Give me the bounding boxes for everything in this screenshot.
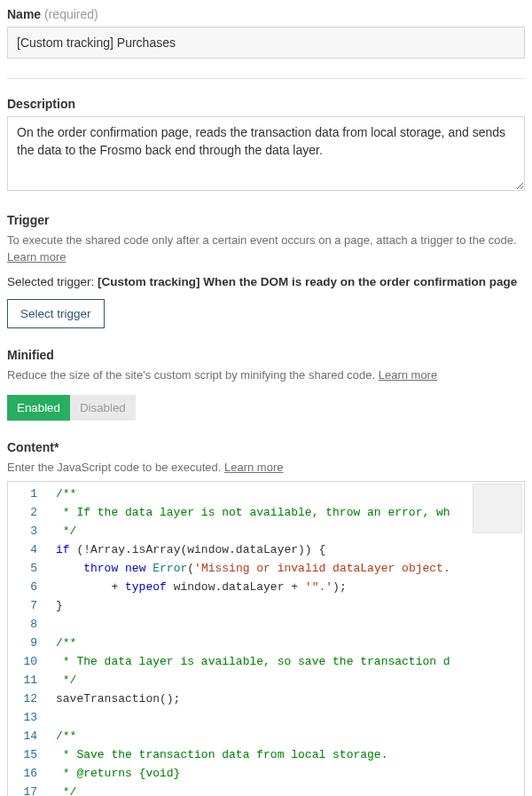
name-section: Name (required): [7, 7, 525, 59]
trigger-help: To execute the shared code only after a …: [7, 232, 525, 266]
code-editor[interactable]: 123456789101112131415161718192021 /** * …: [7, 481, 525, 796]
name-label-text: Name: [7, 7, 41, 21]
code-content[interactable]: /** * If the data layer is not available…: [49, 482, 524, 796]
minified-section: Minified Reduce the size of the site's c…: [7, 348, 525, 421]
content-section: Content* Enter the JavaScript code to be…: [7, 440, 525, 796]
minified-toggle: Enabled Disabled: [7, 395, 136, 421]
name-input[interactable]: [7, 27, 525, 59]
trigger-section: Trigger To execute the shared code only …: [7, 213, 525, 328]
minified-disabled-button[interactable]: Disabled: [70, 395, 136, 421]
description-section: Description On the order confirmation pa…: [7, 97, 525, 193]
selected-trigger-value: [Custom tracking] When the DOM is ready …: [98, 275, 517, 288]
trigger-label: Trigger: [7, 213, 525, 227]
content-learn-more-link[interactable]: Learn more: [224, 461, 283, 474]
selected-trigger-prefix: Selected trigger:: [7, 275, 94, 288]
description-label: Description: [7, 97, 525, 111]
content-help-text: Enter the JavaScript code to be executed…: [7, 461, 221, 474]
trigger-learn-more-link[interactable]: Learn more: [7, 250, 66, 264]
minified-label: Minified: [7, 348, 525, 362]
minified-help: Reduce the size of the site's custom scr…: [7, 367, 525, 384]
name-label: Name (required): [7, 7, 525, 21]
description-input[interactable]: On the order confirmation page, reads th…: [7, 116, 525, 191]
minified-learn-more-link[interactable]: Learn more: [379, 368, 437, 382]
select-trigger-button[interactable]: Select trigger: [7, 299, 105, 328]
minified-help-text: Reduce the size of the site's custom scr…: [7, 368, 375, 382]
divider: [7, 78, 525, 79]
content-help: Enter the JavaScript code to be executed…: [7, 460, 525, 477]
code-gutter: 123456789101112131415161718192021: [8, 482, 49, 796]
minified-enabled-button[interactable]: Enabled: [7, 395, 70, 421]
name-required-hint: (required): [44, 7, 98, 21]
selected-trigger-row: Selected trigger: [Custom tracking] When…: [7, 275, 525, 288]
trigger-help-text: To execute the shared code only after a …: [7, 233, 517, 247]
content-label: Content*: [7, 440, 525, 454]
